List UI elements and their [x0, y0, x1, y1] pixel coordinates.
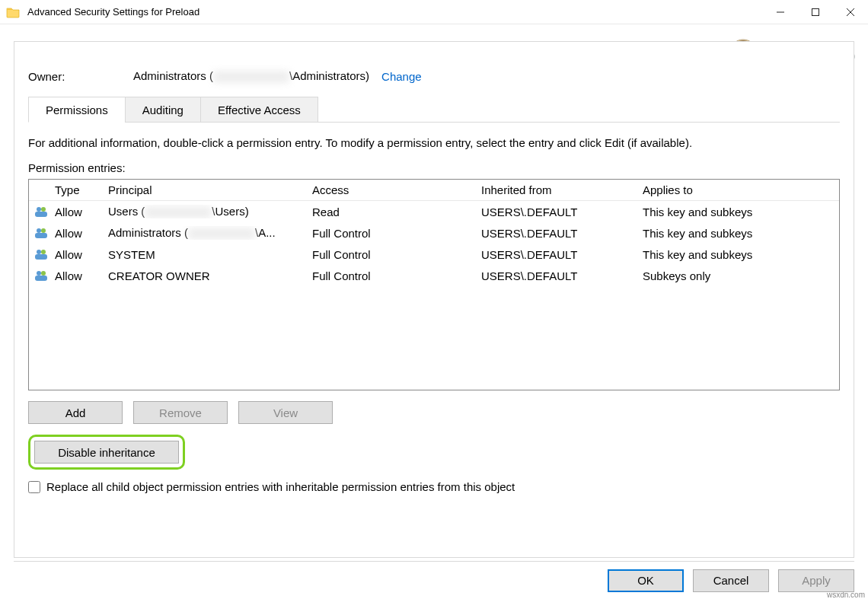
- add-button[interactable]: Add: [28, 401, 123, 424]
- svg-rect-17: [35, 254, 47, 260]
- users-icon: [34, 226, 55, 240]
- svg-point-16: [41, 250, 46, 254]
- change-owner-link[interactable]: Change: [381, 70, 422, 83]
- users-icon: [34, 269, 55, 282]
- owner-value: Administrators (\Administrators): [133, 69, 369, 83]
- remove-button[interactable]: Remove: [133, 401, 228, 424]
- folder-icon: [6, 6, 20, 18]
- tabs-container: Permissions Auditing Effective Access: [28, 97, 840, 123]
- svg-rect-20: [35, 276, 47, 281]
- disable-inheritance-button[interactable]: Disable inheritance: [34, 441, 179, 464]
- tab-auditing[interactable]: Auditing: [125, 97, 201, 123]
- svg-point-15: [37, 250, 41, 254]
- col-type[interactable]: Type: [55, 183, 108, 196]
- svg-point-18: [37, 271, 41, 276]
- minimize-button[interactable]: [763, 0, 798, 24]
- info-text: For additional information, double-click…: [28, 136, 840, 149]
- entry-buttons-row: Add Remove View: [28, 401, 840, 424]
- col-principal[interactable]: Principal: [108, 183, 312, 196]
- cancel-button[interactable]: Cancel: [693, 569, 769, 592]
- main-panel: Owner: Administrators (\Administrators) …: [14, 41, 854, 558]
- table-header: Type Principal Access Inherited from App…: [29, 180, 839, 201]
- maximize-button[interactable]: [798, 0, 833, 24]
- close-button[interactable]: [833, 0, 868, 24]
- table-row[interactable]: Allow SYSTEM Full Control USERS\.DEFAULT…: [29, 244, 839, 265]
- redacted-text: [213, 71, 289, 83]
- svg-rect-14: [35, 233, 47, 238]
- svg-point-19: [41, 271, 46, 276]
- col-applies[interactable]: Applies to: [643, 183, 839, 196]
- apply-button[interactable]: Apply: [778, 569, 854, 592]
- view-button[interactable]: View: [238, 401, 333, 424]
- dialog-footer: OK Cancel Apply: [14, 561, 854, 593]
- svg-point-10: [41, 207, 46, 212]
- window-title: Advanced Security Settings for Preload: [27, 6, 763, 18]
- ok-button[interactable]: OK: [608, 569, 684, 592]
- owner-label: Owner:: [28, 70, 133, 83]
- col-inherited[interactable]: Inherited from: [481, 183, 643, 196]
- redacted-text: [188, 228, 255, 240]
- permission-entries-label: Permission entries:: [28, 161, 840, 174]
- col-access[interactable]: Access: [312, 183, 481, 196]
- svg-rect-1: [812, 9, 819, 16]
- svg-point-12: [37, 228, 41, 233]
- svg-point-9: [37, 207, 41, 212]
- redacted-text: [145, 206, 212, 218]
- users-icon: [34, 247, 55, 261]
- tab-effective-access[interactable]: Effective Access: [200, 97, 318, 123]
- replace-child-entries-checkbox[interactable]: [28, 481, 40, 493]
- owner-row: Owner: Administrators (\Administrators) …: [28, 69, 840, 83]
- svg-rect-11: [35, 212, 47, 217]
- replace-child-entries-row: Replace all child object permission entr…: [28, 480, 840, 493]
- table-row[interactable]: Allow Administrators (\A... Full Control…: [29, 222, 839, 244]
- replace-child-entries-label: Replace all child object permission entr…: [46, 480, 515, 493]
- permission-entries-table[interactable]: Type Principal Access Inherited from App…: [28, 179, 840, 390]
- tab-permissions[interactable]: Permissions: [28, 97, 126, 123]
- title-bar: Advanced Security Settings for Preload: [0, 0, 868, 24]
- svg-point-13: [41, 228, 46, 233]
- users-icon: [34, 205, 55, 218]
- highlight-box: Disable inheritance: [28, 435, 185, 470]
- table-row[interactable]: Allow Users (\Users) Read USERS\.DEFAULT…: [29, 201, 839, 222]
- table-row[interactable]: Allow CREATOR OWNER Full Control USERS\.…: [29, 265, 839, 286]
